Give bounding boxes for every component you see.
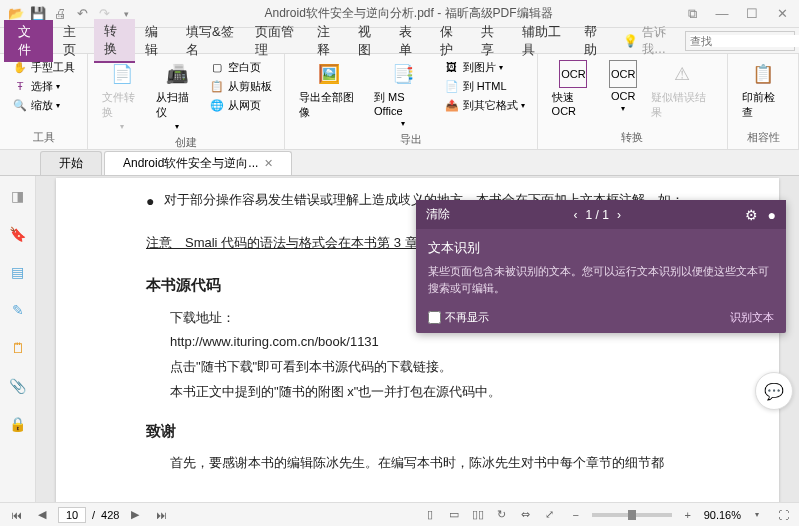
- tell-me-field[interactable]: 💡告诉我…: [615, 24, 685, 58]
- signatures-icon[interactable]: ✎: [8, 300, 28, 320]
- minimize-icon[interactable]: —: [713, 5, 731, 23]
- blank-icon: ▢: [209, 59, 225, 75]
- maximize-icon[interactable]: ☐: [743, 5, 761, 23]
- zoom-thumb[interactable]: [628, 510, 636, 520]
- search-box[interactable]: 🔍: [685, 31, 795, 51]
- bulb-icon: 💡: [623, 34, 638, 48]
- dont-show-checkbox[interactable]: [428, 311, 441, 324]
- tab-start[interactable]: 开始: [40, 151, 102, 175]
- close-icon[interactable]: ✕: [773, 5, 791, 23]
- continuous-icon[interactable]: ▭: [444, 506, 464, 524]
- tab-document[interactable]: Android软件安全与逆向...✕: [104, 151, 292, 175]
- fit-width-icon[interactable]: ⇔: [516, 506, 536, 524]
- single-page-icon[interactable]: ▯: [420, 506, 440, 524]
- select-icon: Ŧ: [12, 78, 28, 94]
- attachments-icon[interactable]: 📎: [8, 376, 28, 396]
- other-icon: 📤: [444, 97, 460, 113]
- suspect-button[interactable]: ⚠疑似错误结果: [645, 58, 719, 128]
- comments-icon[interactable]: 🗒: [8, 338, 28, 358]
- hand-tool-button[interactable]: ✋手型工具: [8, 58, 79, 76]
- prev-page-icon[interactable]: ◀: [32, 506, 52, 524]
- view-mode-icons: ▯ ▭ ▯▯ ↻ ⇔ ⤢: [420, 506, 560, 524]
- image-icon: 🖼: [444, 59, 460, 75]
- fullscreen-icon[interactable]: ⛶: [773, 506, 793, 524]
- ribbon-group-tools: ✋手型工具 Ŧ选择▾ 🔍缩放▾ 工具: [0, 54, 88, 149]
- popup-next-icon[interactable]: ›: [617, 208, 621, 222]
- zoom-tool-button[interactable]: 🔍缩放▾: [8, 96, 79, 114]
- window-controls: ⧉ — ☐ ✕: [683, 5, 791, 23]
- chat-icon: 💬: [764, 382, 784, 401]
- from-scan-button[interactable]: 📠从扫描仪▾: [150, 58, 202, 133]
- popup-gear-icon[interactable]: ⚙: [745, 207, 758, 223]
- zoom-icon: 🔍: [12, 97, 28, 113]
- security-icon[interactable]: 🔒: [8, 414, 28, 434]
- first-page-icon[interactable]: ⏮: [6, 506, 26, 524]
- sidebar-size-icon[interactable]: ◨: [8, 186, 28, 206]
- export-all-images-button[interactable]: 🖼️导出全部图像: [293, 58, 366, 130]
- globe-icon: 🌐: [209, 97, 225, 113]
- statusbar: ⏮ ◀ / 428 ▶ ⏭ ▯ ▭ ▯▯ ↻ ⇔ ⤢ − + 90.16% ▾ …: [0, 502, 799, 526]
- reflow-icon[interactable]: ↻: [492, 506, 512, 524]
- page-number-input[interactable]: [58, 507, 86, 523]
- zoom-out-icon[interactable]: −: [566, 506, 586, 524]
- to-ms-office-button[interactable]: 📑到 MS Office▾: [368, 58, 438, 130]
- blank-page-button[interactable]: ▢空白页: [205, 58, 276, 76]
- ms-office-icon: 📑: [389, 60, 417, 88]
- tab-close-icon[interactable]: ✕: [264, 157, 273, 170]
- last-page-icon[interactable]: ⏭: [151, 506, 171, 524]
- ocr-button[interactable]: OCROCR▾: [603, 58, 643, 128]
- export-images-icon: 🖼️: [315, 60, 343, 88]
- bullet-icon: ●: [146, 188, 154, 215]
- ocr-popup: 清除 ‹ 1 / 1 › ⚙ ● 文本识别 某些页面包含未被识别的文本。您可以运…: [416, 200, 786, 333]
- ocr-icon: OCR: [609, 60, 637, 88]
- popup-action-link[interactable]: 识别文本: [730, 310, 774, 325]
- popup-body-text: 某些页面包含未被识别的文本。您可以运行文本识别以便使这些文本可搜索或可编辑。: [428, 263, 774, 296]
- popup-dont-show-checkbox[interactable]: 不再显示: [428, 310, 489, 325]
- to-other-button[interactable]: 📤到其它格式▾: [440, 96, 529, 114]
- sidebar: ◨ 🔖 ▤ ✎ 🗒 📎 🔒: [0, 176, 36, 502]
- group-label-create: 创建: [96, 133, 276, 150]
- zoom-slider[interactable]: [592, 513, 672, 517]
- suspect-icon: ⚠: [668, 60, 696, 88]
- assistant-bubble[interactable]: 💬: [755, 372, 793, 410]
- bookmark-icon[interactable]: 🔖: [8, 224, 28, 244]
- to-image-button[interactable]: 🖼到图片▾: [440, 58, 529, 76]
- popup-nav: ‹ 1 / 1 ›: [450, 208, 745, 222]
- thanks-heading: 致谢: [146, 417, 719, 446]
- doc-line2: 本书正文中提到的"随书的附图 x"也一并打包在源代码中。: [146, 380, 719, 405]
- page-separator: /: [92, 509, 95, 521]
- ribbon: ✋手型工具 Ŧ选择▾ 🔍缩放▾ 工具 📄文件转换▾ 📠从扫描仪▾ ▢空白页 📋从…: [0, 54, 799, 150]
- page-total: 428: [101, 509, 119, 521]
- preflight-icon: 📋: [749, 60, 777, 88]
- to-html-button[interactable]: 📄到 HTML: [440, 77, 529, 95]
- popup-minimize-icon[interactable]: ●: [768, 207, 776, 223]
- facing-icon[interactable]: ▯▯: [468, 506, 488, 524]
- menubar: 文件 主页 转换 编辑 填写&签名 页面管理 注释 视图 表单 保护 共享 辅助…: [0, 28, 799, 54]
- ribbon-toggle-icon[interactable]: ⧉: [683, 5, 701, 23]
- search-input[interactable]: [690, 35, 799, 47]
- chevron-down-icon: ▾: [56, 82, 60, 91]
- next-page-icon[interactable]: ▶: [125, 506, 145, 524]
- popup-prev-icon[interactable]: ‹: [574, 208, 578, 222]
- from-clipboard-button[interactable]: 📋从剪贴板: [205, 77, 276, 95]
- scanner-icon: 📠: [163, 60, 191, 88]
- fast-ocr-button[interactable]: OCR快速OCR: [546, 58, 602, 128]
- popup-clear-button[interactable]: 清除: [426, 206, 450, 223]
- popup-counter: 1 / 1: [586, 208, 609, 222]
- group-label-tools: 工具: [8, 128, 79, 145]
- clipboard-icon: 📋: [209, 78, 225, 94]
- file-convert-button[interactable]: 📄文件转换▾: [96, 58, 148, 133]
- popup-header: 清除 ‹ 1 / 1 › ⚙ ●: [416, 200, 786, 229]
- zoom-dropdown-icon[interactable]: ▾: [747, 506, 767, 524]
- popup-title: 文本识别: [428, 239, 774, 257]
- zoom-in-icon[interactable]: +: [678, 506, 698, 524]
- fast-ocr-icon: OCR: [559, 60, 587, 88]
- ribbon-group-preflight: 📋印前检查 相容性: [728, 54, 799, 149]
- select-tool-button[interactable]: Ŧ选择▾: [8, 77, 79, 95]
- download-url: http://www.ituring.com.cn/book/1131: [146, 330, 719, 355]
- preflight-button[interactable]: 📋印前检查: [736, 58, 790, 128]
- thanks-text: 首先，要感谢本书的编辑陈冰先生。在编写本书时，陈冰先生对书中每个章节的细节都: [146, 451, 719, 476]
- thumbnails-icon[interactable]: ▤: [8, 262, 28, 282]
- fit-page-icon[interactable]: ⤢: [540, 506, 560, 524]
- from-webpage-button[interactable]: 🌐从网页: [205, 96, 276, 114]
